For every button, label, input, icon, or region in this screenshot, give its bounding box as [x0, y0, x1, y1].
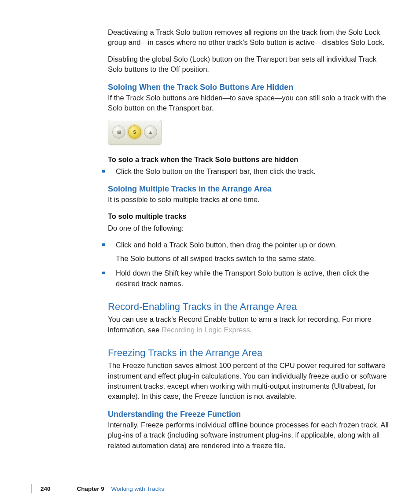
transport-solo-button: S [128, 125, 141, 139]
list-item: Click the Solo button on the Transport b… [108, 166, 389, 177]
body-paragraph: The Freeze function saves almost 100 per… [108, 361, 389, 402]
subsection-heading-understanding-freeze: Understanding the Freeze Function [108, 410, 389, 419]
footer-chapter: Chapter 9 Working with Tracks [77, 486, 165, 492]
body-paragraph: Disabling the global Solo (Lock) button … [108, 54, 389, 75]
procedure-heading: To solo multiple tracks [108, 211, 389, 221]
body-paragraph: Do one of the following: [108, 223, 389, 233]
list-item-text: Click and hold a Track Solo button, then… [116, 241, 337, 249]
list-item-followup: The Solo buttons of all swiped tracks sw… [116, 254, 389, 264]
procedure-heading: To solo a track when the Track Solo butt… [108, 155, 389, 165]
body-paragraph: It is possible to solo multiple tracks a… [108, 195, 389, 205]
chapter-label: Chapter 9 [77, 486, 104, 492]
section-heading-soloing-hidden: Soloing When the Track Solo Buttons Are … [108, 83, 389, 92]
section-heading-soloing-multiple: Soloing Multiple Tracks in the Arrange A… [108, 184, 389, 194]
page-footer: 240 Chapter 9 Working with Tracks [31, 484, 420, 493]
section-heading-record-enabling: Record-Enabling Tracks in the Arrange Ar… [108, 301, 389, 313]
transport-button-right: ▲ [144, 125, 157, 139]
section-heading-freezing: Freezing Tracks in the Arrange Area [108, 347, 389, 359]
transport-button-left: ⊠ [112, 125, 125, 139]
page-number: 240 [41, 486, 51, 492]
list-item: Click and hold a Track Solo button, then… [108, 240, 389, 264]
transport-bar-image: ⊠ S ▲ [108, 120, 162, 145]
text-run: . [250, 326, 252, 334]
chapter-title: Working with Tracks [111, 486, 165, 492]
body-paragraph: Deactivating a Track Solo button removes… [108, 27, 389, 48]
document-page: Deactivating a Track Solo button removes… [0, 0, 420, 475]
cross-reference-link[interactable]: Recording in Logic Express [162, 326, 250, 334]
body-paragraph: Internally, Freeze performs individual o… [108, 420, 389, 451]
body-paragraph: You can use a track's Record Enable butt… [108, 314, 389, 335]
body-paragraph: If the Track Solo buttons are hidden—to … [108, 93, 389, 114]
list-item: Hold down the Shift key while the Transp… [108, 268, 389, 289]
